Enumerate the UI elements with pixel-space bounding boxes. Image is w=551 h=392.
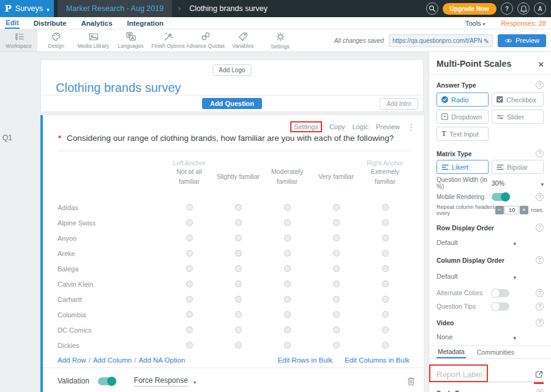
toolbar-item-workspace[interactable]: Workspace: [0, 29, 37, 51]
radio-button[interactable]: [186, 296, 193, 303]
validation-type-dropdown[interactable]: Force Response: [134, 376, 188, 386]
radio-button[interactable]: [333, 296, 340, 303]
edit-url-icon[interactable]: [482, 35, 489, 46]
radio-button[interactable]: [333, 204, 340, 211]
survey-url-input[interactable]: https://qa.questionpro.com/t/APNrfZfQ: [389, 34, 493, 47]
delete-question-button[interactable]: [407, 377, 415, 386]
nav-tab-integration[interactable]: Integration: [127, 17, 164, 29]
help-icon[interactable]: [536, 318, 544, 326]
radio-button[interactable]: [382, 219, 389, 226]
answer-type-checkbox-button[interactable]: Checkbox: [492, 92, 544, 107]
toolbar-item-variables[interactable]: Variables: [224, 29, 261, 51]
radio-button[interactable]: [382, 326, 389, 333]
radio-button[interactable]: [235, 311, 242, 318]
video-dropdown[interactable]: None: [437, 332, 516, 341]
add-row-link[interactable]: Add Row: [58, 356, 86, 364]
add-na-option-link[interactable]: Add NA Option: [138, 356, 185, 364]
radio-button[interactable]: [284, 311, 291, 318]
answer-type-dropdown-button[interactable]: Dropdown: [437, 110, 489, 124]
radio-button[interactable]: [284, 265, 291, 272]
app-logo-menu[interactable]: P Surveys: [0, 0, 54, 17]
question-copy-button[interactable]: Copy: [329, 123, 345, 130]
matrix-row-label[interactable]: Columbia: [58, 311, 165, 318]
radio-button[interactable]: [235, 204, 242, 211]
radio-button[interactable]: [382, 311, 389, 318]
matrix-row-label[interactable]: DC Comics: [58, 326, 165, 334]
add-column-link[interactable]: Add Column: [93, 356, 132, 364]
nav-tab-distribute[interactable]: Distribute: [33, 17, 67, 29]
close-icon[interactable]: [538, 59, 544, 69]
radio-button[interactable]: [333, 265, 340, 272]
question-text[interactable]: Considering our range of clothing brands…: [67, 134, 394, 143]
matrix-column-header[interactable]: Slightly familiar: [214, 172, 263, 181]
add-logo-button[interactable]: Add Logo: [213, 64, 252, 76]
kebab-menu-icon[interactable]: [407, 123, 415, 132]
radio-button[interactable]: [186, 219, 193, 226]
radio-button[interactable]: [333, 281, 340, 287]
tools-menu[interactable]: Tools: [465, 20, 485, 27]
avatar[interactable]: A: [534, 2, 546, 15]
nav-tab-analytics[interactable]: Analytics: [80, 17, 113, 29]
matrix-column-header[interactable]: Not at all familiar: [165, 167, 214, 187]
help-icon[interactable]: [536, 289, 544, 297]
survey-title[interactable]: Clothing brands survey: [56, 81, 181, 95]
radio-button[interactable]: [186, 235, 193, 241]
notifications-button[interactable]: [517, 2, 530, 15]
question-preview-button[interactable]: Preview: [376, 123, 400, 130]
radio-button[interactable]: [235, 265, 242, 272]
preview-button[interactable]: Preview: [498, 34, 546, 47]
radio-button[interactable]: [235, 250, 242, 257]
matrix-row-label[interactable]: Adidas: [58, 204, 165, 211]
radio-button[interactable]: [186, 250, 193, 257]
radio-button[interactable]: [186, 281, 193, 287]
toolbar-item-settings[interactable]: Settings: [261, 29, 299, 51]
question-tips-toggle[interactable]: [492, 303, 509, 311]
plus-stepper-button[interactable]: +: [520, 206, 528, 214]
repeat-headers-value[interactable]: 10: [504, 206, 519, 214]
radio-button[interactable]: [284, 281, 291, 287]
help-icon[interactable]: [536, 149, 544, 157]
radio-button[interactable]: [382, 204, 389, 211]
matrix-row-label[interactable]: Alpine Swiss: [58, 219, 165, 227]
question-settings-button[interactable]: Settings: [290, 121, 322, 132]
radio-button[interactable]: [186, 326, 193, 333]
radio-button[interactable]: [284, 326, 291, 333]
radio-button[interactable]: [382, 281, 389, 287]
matrix-type-bipolar-button[interactable]: Bipolar: [492, 160, 544, 174]
mobile-rendering-toggle[interactable]: [492, 193, 509, 201]
search-button[interactable]: [426, 2, 438, 15]
question-width-value[interactable]: 30%: [492, 179, 504, 187]
help-icon[interactable]: [536, 303, 544, 311]
radio-button[interactable]: [284, 235, 291, 241]
edit-rows-bulk-link[interactable]: Edit Rows in Bulk: [277, 356, 332, 364]
radio-button[interactable]: [235, 281, 242, 287]
radio-button[interactable]: [333, 235, 340, 241]
external-link-icon[interactable]: [534, 370, 544, 379]
radio-button[interactable]: [333, 250, 340, 257]
radio-button[interactable]: [186, 342, 193, 349]
nav-tab-edit[interactable]: Edit: [5, 17, 20, 29]
toolbar-item-finish-options[interactable]: Finish Options: [149, 29, 187, 51]
chevron-down-icon[interactable]: [541, 178, 544, 189]
matrix-type-likert-button[interactable]: Likert: [437, 160, 489, 174]
toolbar-item-design[interactable]: Design: [37, 29, 75, 51]
radio-button[interactable]: [186, 265, 193, 272]
matrix-row-label[interactable]: Balega: [58, 265, 165, 273]
radio-button[interactable]: [284, 342, 291, 349]
radio-button[interactable]: [333, 342, 340, 349]
edit-columns-bulk-link[interactable]: Edit Columns in Bulk: [345, 356, 410, 364]
radio-button[interactable]: [382, 265, 389, 272]
matrix-column-header[interactable]: Very familiar: [312, 172, 361, 181]
answer-type-text-input-button[interactable]: T Text Input: [437, 127, 489, 141]
row-display-order-dropdown[interactable]: Default: [437, 238, 516, 247]
help-icon[interactable]: [536, 81, 544, 89]
responses-count[interactable]: Responses: 28: [501, 20, 546, 27]
radio-button[interactable]: [284, 296, 291, 303]
validation-toggle[interactable]: [98, 377, 116, 385]
radio-button[interactable]: [382, 250, 389, 257]
matrix-row-label[interactable]: Anyoo: [58, 235, 165, 242]
radio-button[interactable]: [333, 326, 340, 333]
matrix-row-label[interactable]: Dickies: [58, 342, 165, 349]
breadcrumb-folder-link[interactable]: Market Research - Aug 2019: [66, 4, 163, 13]
radio-button[interactable]: [333, 219, 340, 226]
